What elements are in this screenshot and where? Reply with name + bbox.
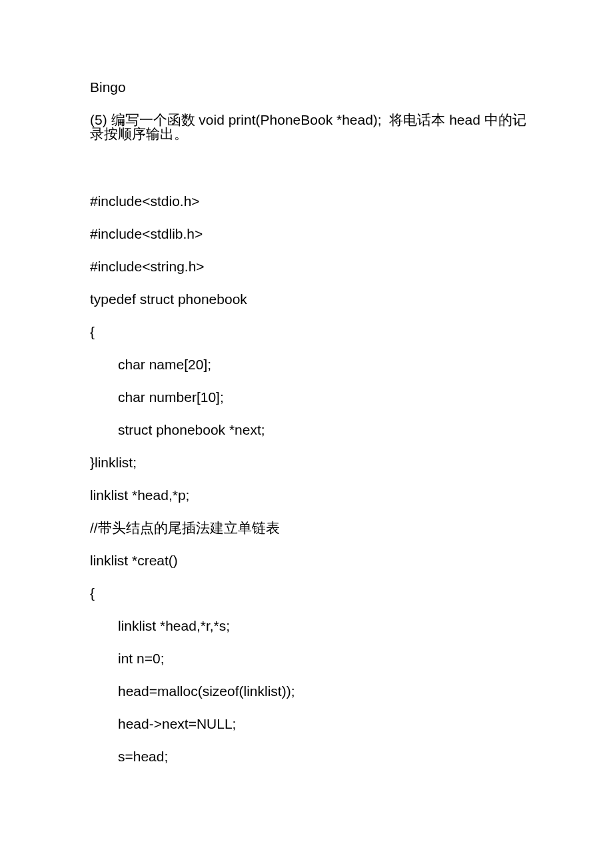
code-line: char number[10]; bbox=[90, 390, 526, 404]
code-line: linklist *head,*r,*s; bbox=[90, 619, 526, 633]
code-line: linklist *creat() bbox=[90, 553, 526, 567]
code-line: #include<stdio.h> bbox=[90, 194, 526, 208]
code-line: { bbox=[90, 586, 526, 600]
code-line: struct phonebook *next; bbox=[90, 423, 526, 437]
code-line: (5) 编写一个函数 void print(PhoneBook *head); … bbox=[90, 113, 526, 141]
code-line: int n=0; bbox=[90, 651, 526, 665]
code-line: head->next=NULL; bbox=[90, 717, 526, 731]
blank-line bbox=[90, 159, 526, 194]
document-body: Bingo(5) 编写一个函数 void print(PhoneBook *he… bbox=[90, 80, 526, 763]
code-line: head=malloc(sizeof(linklist)); bbox=[90, 684, 526, 698]
code-line: #include<string.h> bbox=[90, 259, 526, 273]
code-line: }linklist; bbox=[90, 455, 526, 469]
code-line: #include<stdlib.h> bbox=[90, 227, 526, 241]
code-line: typedef struct phonebook bbox=[90, 292, 526, 306]
code-line: { bbox=[90, 325, 526, 339]
code-line: char name[20]; bbox=[90, 357, 526, 371]
code-line: //带头结点的尾插法建立单链表 bbox=[90, 521, 526, 535]
code-line: s=head; bbox=[90, 749, 526, 763]
code-line: Bingo bbox=[90, 80, 526, 94]
code-line: linklist *head,*p; bbox=[90, 488, 526, 502]
